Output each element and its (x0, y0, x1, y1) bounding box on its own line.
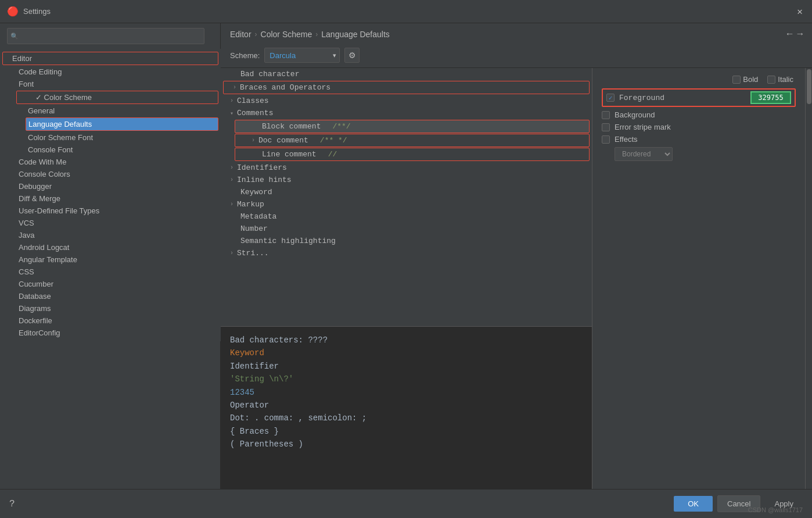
sidebar-item-android[interactable]: Android Logcat (0, 241, 221, 253)
tree-arrow-braces: › (233, 84, 236, 91)
sidebar-item-editor[interactable]: Editor (2, 52, 218, 65)
search-wrapper (7, 28, 204, 44)
sidebar-item-user-defined[interactable]: User-Defined File Types (0, 205, 221, 217)
preview-panel: Bad characters: ???? Keyword Identifier … (221, 326, 592, 489)
foreground-checkbox[interactable]: ✓ (606, 94, 615, 102)
sidebar-item-editorconfig[interactable]: EditorConfig (0, 327, 221, 339)
tree-item-string[interactable]: › Stri... (221, 247, 592, 259)
foreground-label: Foreground (619, 94, 746, 102)
tree-arrow-markup: › (230, 201, 233, 208)
tree-arrow-block (251, 123, 258, 130)
tree-panel: Bad character › Braces and Operators › C… (221, 68, 592, 489)
sidebar-item-code-editing[interactable]: Code Editing (0, 66, 221, 78)
sidebar-item-console-font[interactable]: Console Font (0, 144, 221, 156)
bold-checkbox[interactable] (732, 76, 741, 84)
sidebar-item-database[interactable]: Database (0, 290, 221, 302)
breadcrumb: Editor › Color Scheme › Language Default… (230, 30, 390, 39)
tree-item-comments[interactable]: ▾ Comments (221, 107, 592, 119)
tree-item-block-comment[interactable]: Block comment /**/ (235, 120, 590, 133)
sidebar: Editor Code Editing Font ✓ Color Scheme … (0, 49, 221, 341)
tree-item-markup[interactable]: › Markup (221, 198, 592, 210)
foreground-color-box[interactable]: 329755 (750, 91, 791, 104)
preview-number: 12345 (230, 386, 583, 399)
effects-label: Effects (615, 135, 796, 144)
effects-row: Effects (602, 135, 796, 144)
editor-area: Bad character › Braces and Operators › C… (221, 67, 812, 489)
sidebar-item-vcs[interactable]: VCS (0, 217, 221, 229)
effects-checkbox[interactable] (602, 135, 610, 144)
tree-arrow-doc: › (251, 137, 255, 144)
scheme-select[interactable]: Darcula (264, 48, 340, 63)
tree-arrow-inline: › (230, 177, 233, 183)
sidebar-item-language-defaults[interactable]: Language Defaults (26, 117, 218, 131)
props-panel: Bold Italic ✓ Foreground 329755 (592, 68, 805, 489)
scheme-row: Scheme: Darcula ⚙ (221, 45, 812, 67)
search-input[interactable] (7, 28, 204, 44)
close-button[interactable]: ✕ (795, 3, 805, 20)
watermark: CSDN @walls1717 (748, 506, 803, 513)
sidebar-item-color-scheme[interactable]: ✓ Color Scheme (16, 91, 218, 104)
sidebar-item-general[interactable]: General (0, 105, 221, 117)
sidebar-item-angular[interactable]: Angular Template (0, 253, 221, 266)
preview-identifier: Identifier (230, 360, 583, 373)
gear-button[interactable]: ⚙ (344, 48, 360, 63)
tree-item-semantic[interactable]: Semantic highlighting (221, 235, 592, 247)
nav-forward-button[interactable]: → (797, 29, 803, 40)
tree-item-classes[interactable]: › Classes (221, 95, 592, 107)
sidebar-item-css[interactable]: CSS (0, 266, 221, 278)
help-button[interactable]: ? (9, 499, 15, 509)
preview-operator: Operator (230, 399, 583, 412)
title-bar-left: 🔴 Settings (7, 6, 51, 17)
tree-item-line-comment[interactable]: Line comment // (235, 148, 590, 161)
tree-item-braces[interactable]: › Braces and Operators (223, 81, 590, 94)
left-column: Editor Code Editing Font ✓ Color Scheme … (0, 23, 221, 489)
scheme-select-wrapper: Darcula (264, 48, 340, 63)
italic-checkbox[interactable] (767, 76, 775, 84)
bold-label-text: Bold (743, 75, 758, 84)
sidebar-item-code-with-me[interactable]: Code With Me (0, 156, 221, 168)
sidebar-item-console-colors[interactable]: Console Colors (0, 168, 221, 180)
tree-arrow-string: › (230, 250, 233, 256)
breadcrumb-editor: Editor (230, 30, 251, 39)
ok-button[interactable]: OK (674, 496, 713, 512)
tree-arrow-number (230, 226, 237, 232)
breadcrumb-lang-defaults: Language Defaults (321, 30, 390, 39)
error-stripe-label: Error stripe mark (615, 123, 796, 131)
right-column: Editor › Color Scheme › Language Default… (221, 23, 812, 489)
sidebar-item-diff-merge[interactable]: Diff & Merge (0, 192, 221, 205)
tree-item-doc-comment[interactable]: › Doc comment /** */ (235, 134, 590, 147)
error-stripe-checkbox[interactable] (602, 123, 610, 131)
tree-arrow (230, 71, 237, 77)
effects-dropdown[interactable]: Bordered (615, 147, 673, 161)
content-area: Editor Code Editing Font ✓ Color Scheme … (0, 23, 812, 489)
sidebar-item-color-scheme-font[interactable]: Color Scheme Font (0, 131, 221, 144)
scheme-label: Scheme: (230, 51, 260, 60)
sidebar-item-debugger[interactable]: Debugger (0, 180, 221, 192)
sidebar-item-cucumber[interactable]: Cucumber (0, 278, 221, 290)
app-icon: 🔴 (7, 6, 19, 17)
bold-option: Bold (732, 75, 758, 84)
nav-back-button[interactable]: ← (787, 29, 793, 40)
sidebar-item-diagrams[interactable]: Diagrams (0, 302, 221, 315)
scroll-thumb (807, 69, 811, 104)
tree-scroll[interactable]: Bad character › Braces and Operators › C… (221, 68, 592, 326)
tree-item-identifiers[interactable]: › Identifiers (221, 162, 592, 174)
tree-item-inline-hints[interactable]: › Inline hints (221, 174, 592, 186)
sidebar-item-dockerfile[interactable]: Dockerfile (0, 315, 221, 327)
error-stripe-row: Error stripe mark (602, 123, 796, 131)
preview-dot-comma: Dot: . comma: , semicolon: ; (230, 412, 583, 424)
background-row: Background (602, 110, 796, 119)
sidebar-item-font[interactable]: Font (0, 78, 221, 90)
tree-preview-block: /**/ (332, 122, 350, 131)
background-checkbox[interactable] (602, 111, 610, 119)
tree-item-number[interactable]: Number (221, 223, 592, 235)
tree-arrow-keyword (230, 189, 237, 195)
tree-item-metadata[interactable]: Metadata (221, 210, 592, 223)
tree-item-bad-character[interactable]: Bad character (221, 68, 592, 80)
tree-arrow-classes: › (230, 98, 233, 104)
title-bar: 🔴 Settings ✕ (0, 0, 812, 23)
tree-item-keyword[interactable]: Keyword (221, 186, 592, 198)
preview-bad-chars: Bad characters: ???? (230, 334, 583, 346)
sidebar-item-java[interactable]: Java (0, 229, 221, 241)
right-scrollbar[interactable] (805, 68, 812, 489)
